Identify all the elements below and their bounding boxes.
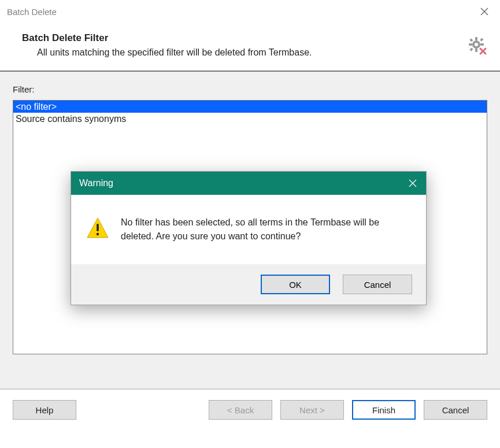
svg-rect-7 xyxy=(469,38,473,42)
dialog-title: Warning xyxy=(79,178,408,188)
close-icon[interactable] xyxy=(408,178,418,188)
cancel-button[interactable]: Cancel xyxy=(424,400,487,420)
svg-rect-4 xyxy=(475,49,477,52)
svg-rect-8 xyxy=(480,38,483,41)
svg-rect-9 xyxy=(469,47,473,51)
page-title: Batch Delete Filter xyxy=(22,32,487,44)
wizard-header: Batch Delete Filter All units matching t… xyxy=(0,23,500,72)
dialog-footer: OK Cancel xyxy=(71,264,426,305)
next-button: Next > xyxy=(280,400,344,420)
gear-delete-icon xyxy=(468,36,487,58)
svg-rect-3 xyxy=(475,37,477,40)
ok-button[interactable]: OK xyxy=(261,275,330,294)
svg-rect-6 xyxy=(480,43,484,46)
warning-dialog: Warning No filter has been selected, so … xyxy=(71,171,427,305)
svg-point-2 xyxy=(473,42,479,47)
dialog-cancel-button[interactable]: Cancel xyxy=(343,275,412,294)
dialog-message: No filter has been selected, so all term… xyxy=(121,216,411,243)
svg-rect-5 xyxy=(469,43,472,46)
finish-button[interactable]: Finish xyxy=(352,400,416,420)
filter-label: Filter: xyxy=(13,84,487,94)
svg-rect-15 xyxy=(97,224,99,231)
filter-item[interactable]: Source contains synonyms xyxy=(13,113,487,125)
window-title: Batch Delete xyxy=(7,7,476,17)
help-button[interactable]: Help xyxy=(13,400,76,420)
svg-point-16 xyxy=(97,233,99,235)
dialog-body: No filter has been selected, so all term… xyxy=(71,195,426,264)
wizard-footer: Help < Back Next > Finish Cancel xyxy=(0,390,500,420)
filter-item[interactable]: <no filter> xyxy=(13,101,487,113)
close-icon[interactable] xyxy=(476,5,493,18)
window-titlebar: Batch Delete xyxy=(0,0,500,23)
warning-icon xyxy=(86,217,109,241)
dialog-titlebar: Warning xyxy=(71,172,426,195)
back-button: < Back xyxy=(209,400,272,420)
page-subtitle: All units matching the specified filter … xyxy=(37,47,487,58)
